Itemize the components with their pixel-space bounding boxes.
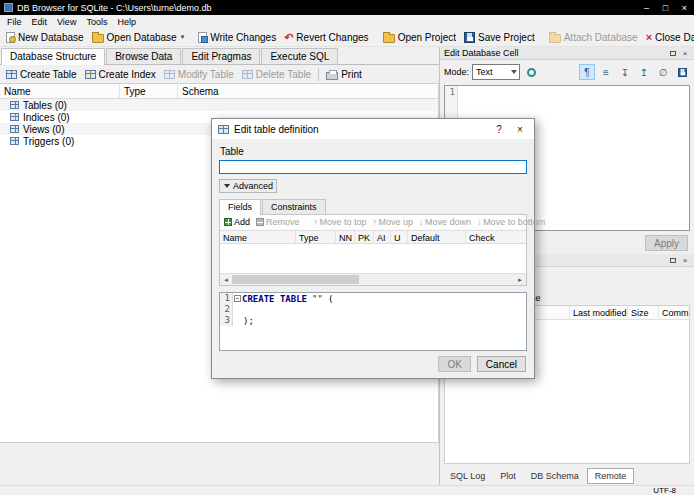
remove-field-button[interactable]: Remove xyxy=(254,217,302,227)
float-panel-icon[interactable] xyxy=(667,48,679,59)
chevron-down-icon[interactable]: ▾ xyxy=(181,33,185,41)
fields-toolbar: Add Remove ↑ Move to top ↑ Move up xyxy=(220,215,526,230)
open-project-button[interactable]: Open Project xyxy=(379,31,460,44)
mode-select[interactable]: Text xyxy=(472,64,520,80)
tab-database-structure[interactable]: Database Structure xyxy=(1,48,105,65)
dialog-title: Edit table definition xyxy=(234,124,486,135)
indices-icon xyxy=(10,113,19,121)
move-to-bottom-button[interactable]: ↓ Move to bottom xyxy=(475,217,547,227)
save-project-icon xyxy=(464,32,475,43)
sql-close: ); xyxy=(243,316,254,326)
tab-edit-pragmas[interactable]: Edit Pragmas xyxy=(182,48,260,64)
menu-file[interactable]: File xyxy=(2,16,27,28)
tree-column-type[interactable]: Type xyxy=(120,84,178,98)
move-to-top-icon: ↑ xyxy=(314,218,318,227)
tree-header: Name Type Schema xyxy=(0,84,438,99)
attach-database-icon xyxy=(549,34,561,43)
dock-tabbar: SQL Log Plot DB Schema Remote xyxy=(440,466,694,485)
revert-changes-icon: ↶ xyxy=(284,32,293,43)
sql-preview[interactable]: 1 CREATE TABLE "" ( 2 3 ); xyxy=(219,292,527,351)
tab-execute-sql[interactable]: Execute SQL xyxy=(261,48,338,64)
remote-column-last-modified[interactable]: Last modified xyxy=(570,306,628,319)
open-project-icon xyxy=(383,34,395,43)
encoding-indicator[interactable]: UTF-8 xyxy=(653,486,676,495)
ok-button[interactable]: OK xyxy=(438,356,470,372)
sql-line-3: 3 ); xyxy=(220,315,526,326)
new-database-button[interactable]: New Database xyxy=(2,31,88,44)
revert-changes-button[interactable]: ↶ Revert Changes xyxy=(280,31,372,44)
menu-edit[interactable]: Edit xyxy=(27,16,53,28)
apply-button[interactable]: Apply xyxy=(645,235,688,251)
write-changes-button[interactable]: Write Changes xyxy=(194,31,280,44)
fields-panel: Add Remove ↑ Move to top ↑ Move up xyxy=(219,214,527,286)
menu-tools[interactable]: Tools xyxy=(81,16,112,28)
table-name-input[interactable] xyxy=(219,160,527,174)
export-icon[interactable]: ↥ xyxy=(636,64,652,80)
edit-cell-panel-header: Edit Database Cell × xyxy=(440,47,694,60)
tab-db-schema[interactable]: DB Schema xyxy=(524,469,586,483)
scrollbar-track[interactable] xyxy=(232,274,514,285)
word-wrap-icon[interactable]: ¶ xyxy=(579,64,595,80)
save-project-button[interactable]: Save Project xyxy=(460,31,539,44)
horizontal-scrollbar[interactable]: ◂ ▸ xyxy=(220,273,526,285)
auto-format-icon[interactable] xyxy=(523,64,539,80)
fields-grid-body[interactable] xyxy=(220,244,526,273)
tab-remote[interactable]: Remote xyxy=(587,468,635,484)
fold-marker-icon[interactable] xyxy=(234,295,241,302)
add-field-button[interactable]: Add xyxy=(222,217,252,227)
set-null-icon[interactable]: ∅ xyxy=(655,64,671,80)
modify-table-button[interactable]: Modify Table xyxy=(160,68,238,81)
import-icon[interactable]: ↧ xyxy=(617,64,633,80)
delete-table-button[interactable]: Delete Table xyxy=(238,68,315,81)
move-up-button[interactable]: ↑ Move up xyxy=(371,217,416,227)
dialog-help-button[interactable]: ? xyxy=(491,124,507,135)
float-panel-icon[interactable] xyxy=(667,255,679,266)
text-format-icon[interactable]: ≡ xyxy=(598,64,614,80)
scroll-left-icon[interactable]: ◂ xyxy=(220,274,232,285)
dialog-tabbar: Fields Constraints xyxy=(219,199,527,214)
column-type: Type xyxy=(296,231,336,243)
column-check: Check xyxy=(466,231,526,243)
create-index-button[interactable]: Create Index xyxy=(81,68,160,81)
move-to-top-button[interactable]: ↑ Move to top xyxy=(312,217,369,227)
remove-icon xyxy=(256,218,264,226)
scrollbar-thumb[interactable] xyxy=(232,275,359,284)
chevron-down-icon xyxy=(511,70,517,74)
save-cell-icon[interactable] xyxy=(674,64,690,80)
views-icon xyxy=(10,125,19,133)
tree-item-tables[interactable]: Tables (0) xyxy=(0,99,438,111)
minimize-button[interactable]: – xyxy=(637,0,656,15)
dialog-body: Table Advanced Fields Constraints Add xyxy=(212,139,534,378)
attach-database-button[interactable]: Attach Database xyxy=(545,31,642,44)
column-default: Default xyxy=(408,231,466,243)
column-ai: AI xyxy=(374,231,391,243)
menu-view[interactable]: View xyxy=(52,16,81,28)
dialog-close-button[interactable]: × xyxy=(512,124,528,135)
close-database-button[interactable]: × Close Database xyxy=(642,31,694,44)
scroll-right-icon[interactable]: ▸ xyxy=(514,274,526,285)
maximize-button[interactable]: □ xyxy=(656,0,675,15)
tree-column-name[interactable]: Name xyxy=(0,84,120,98)
tree-column-schema[interactable]: Schema xyxy=(178,84,438,98)
edit-cell-panel-title: Edit Database Cell xyxy=(444,48,667,58)
column-name: Name xyxy=(220,231,296,243)
sql-line-1: 1 CREATE TABLE "" ( xyxy=(220,293,526,304)
advanced-toggle-button[interactable]: Advanced xyxy=(219,179,277,192)
cancel-button[interactable]: Cancel xyxy=(477,356,526,372)
remote-column-commit[interactable]: Comm xyxy=(659,306,689,319)
close-panel-icon[interactable]: × xyxy=(679,48,691,59)
tab-sql-log[interactable]: SQL Log xyxy=(443,469,492,483)
tables-icon xyxy=(10,101,19,109)
print-button[interactable]: Print xyxy=(322,68,366,81)
open-database-button[interactable]: Open Database ▾ xyxy=(88,31,189,44)
tab-browse-data[interactable]: Browse Data xyxy=(106,48,181,64)
tab-plot[interactable]: Plot xyxy=(493,469,523,483)
close-button[interactable]: × xyxy=(675,0,694,15)
menu-help[interactable]: Help xyxy=(112,16,141,28)
tab-constraints[interactable]: Constraints xyxy=(262,199,326,214)
tab-fields[interactable]: Fields xyxy=(219,199,261,215)
move-down-button[interactable]: ↓ Move down xyxy=(417,217,473,227)
create-table-button[interactable]: Create Table xyxy=(2,68,81,81)
remote-column-size[interactable]: Size xyxy=(628,306,659,319)
close-panel-icon[interactable]: × xyxy=(679,255,691,266)
